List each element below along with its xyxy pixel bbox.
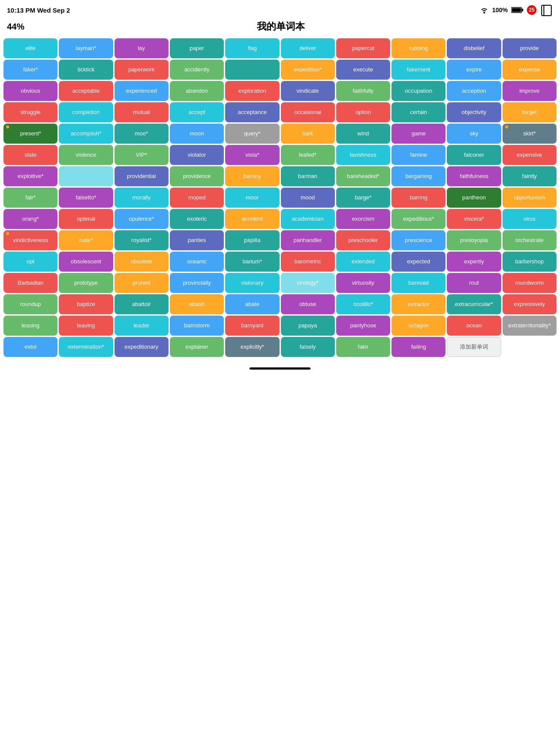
word-tile[interactable]: expected — [391, 252, 445, 272]
word-tile[interactable]: skirt* — [503, 124, 557, 144]
word-tile[interactable]: faintly — [503, 166, 557, 186]
word-tile[interactable]: barnstorm — [170, 316, 224, 336]
word-tile[interactable]: viscera* — [447, 209, 501, 229]
word-tile[interactable]: rude* — [59, 230, 113, 250]
word-tile[interactable]: 添加新单词 — [447, 337, 501, 357]
word-tile[interactable]: struggle — [3, 102, 57, 122]
word-tile[interactable]: barge* — [336, 188, 390, 208]
word-tile[interactable]: acceptable — [59, 81, 113, 101]
word-tile[interactable]: roundup — [3, 294, 57, 314]
word-tile[interactable]: expertly — [447, 252, 501, 272]
word-tile[interactable]: expire — [447, 60, 501, 80]
word-tile[interactable]: abattoir — [115, 294, 169, 314]
word-tile[interactable]: improve — [503, 81, 557, 101]
word-tile[interactable]: fair* — [3, 188, 57, 208]
word-tile[interactable]: fakir — [336, 337, 390, 357]
word-tile[interactable]: extractor — [391, 294, 445, 314]
word-tile[interactable]: roundworm — [503, 273, 557, 293]
word-tile[interactable]: barium* — [225, 252, 279, 272]
word-tile[interactable]: extended — [336, 252, 390, 272]
word-tile[interactable]: papilla — [225, 230, 279, 250]
word-tile[interactable]: orchestrate — [503, 230, 557, 250]
word-tile[interactable]: royalist* — [115, 230, 169, 250]
word-tile[interactable]: abate — [225, 294, 279, 314]
word-tile[interactable]: morally — [115, 188, 169, 208]
word-tile[interactable]: accidently — [170, 60, 224, 80]
word-tile[interactable]: fakement — [391, 60, 445, 80]
word-tile[interactable]: accident — [225, 209, 279, 229]
word-tile[interactable]: layman* — [59, 38, 113, 58]
word-tile[interactable]: moon — [170, 124, 224, 144]
word-tile[interactable]: abandon — [170, 81, 224, 101]
word-tile[interactable]: leafed* — [281, 145, 335, 165]
word-tile[interactable]: vindicate — [281, 81, 335, 101]
word-tile[interactable]: bark — [281, 124, 335, 144]
word-tile[interactable]: forget — [503, 102, 557, 122]
word-tile[interactable]: papercut — [336, 38, 390, 58]
word-tile[interactable]: occupation — [391, 81, 445, 101]
word-tile[interactable]: barmaid — [391, 273, 445, 293]
word-tile[interactable]: octagon — [391, 316, 445, 336]
word-tile[interactable]: prescience — [391, 230, 445, 250]
word-tile[interactable]: moped — [170, 188, 224, 208]
word-tile[interactable]: VIP* — [115, 145, 169, 165]
word-tile[interactable]: faithfulness — [447, 166, 501, 186]
word-tile[interactable]: objectivity — [447, 102, 501, 122]
word-tile[interactable]: paper — [170, 38, 224, 58]
word-tile[interactable]: exploitive* — [3, 166, 57, 186]
word-tile[interactable]: game — [391, 124, 445, 144]
word-tile[interactable]: preschooler — [336, 230, 390, 250]
word-tile[interactable]: obvious — [3, 81, 57, 101]
word-tile[interactable]: extracurricular* — [447, 294, 501, 314]
word-tile[interactable]: expedition* — [281, 60, 335, 80]
word-tile[interactable]: barnyard — [225, 316, 279, 336]
word-tile[interactable]: provide — [503, 38, 557, 58]
word-tile[interactable]: expense — [503, 60, 557, 80]
word-tile[interactable]: barony — [225, 166, 279, 186]
word-tile[interactable]: expeditionary — [115, 337, 169, 357]
word-tile[interactable] — [59, 166, 113, 186]
word-tile[interactable]: option — [336, 102, 390, 122]
word-tile[interactable]: pruned — [115, 273, 169, 293]
word-tile[interactable]: rout — [447, 273, 501, 293]
word-tile[interactable]: virus — [503, 209, 557, 229]
word-tile[interactable]: faithfully — [336, 81, 390, 101]
word-tile[interactable]: papaya — [281, 316, 335, 336]
word-tile[interactable]: falsetto* — [59, 188, 113, 208]
word-tile[interactable]: falsely — [281, 337, 335, 357]
word-tile[interactable]: leasing — [3, 316, 57, 336]
word-tile[interactable]: completion — [59, 102, 113, 122]
word-tile[interactable]: barometric — [281, 252, 335, 272]
word-tile[interactable]: paperwork — [115, 60, 169, 80]
word-tile[interactable]: accept — [170, 102, 224, 122]
word-tile[interactable]: Barbadian — [3, 273, 57, 293]
word-tile[interactable]: accomplish* — [59, 124, 113, 144]
word-tile[interactable]: virtuosity — [336, 273, 390, 293]
word-tile[interactable]: disbelief — [447, 38, 501, 58]
word-tile[interactable]: moo* — [115, 124, 169, 144]
word-tile[interactable]: barman — [281, 166, 335, 186]
word-tile[interactable]: optimal — [59, 209, 113, 229]
word-tile[interactable]: panties — [170, 230, 224, 250]
word-tile[interactable]: elite — [3, 38, 57, 58]
word-tile[interactable]: occasional — [281, 102, 335, 122]
word-tile[interactable]: famine — [391, 145, 445, 165]
word-tile[interactable]: leaving — [59, 316, 113, 336]
word-tile[interactable]: present* — [3, 124, 57, 144]
word-tile[interactable]: mutual — [115, 102, 169, 122]
word-tile[interactable]: visionary — [225, 273, 279, 293]
word-tile[interactable]: providence — [170, 166, 224, 186]
word-tile[interactable]: provincially — [170, 273, 224, 293]
word-tile[interactable]: providential — [115, 166, 169, 186]
word-tile[interactable]: explainer — [170, 337, 224, 357]
word-tile[interactable]: panhandler — [281, 230, 335, 250]
word-tile[interactable]: virology* — [281, 273, 335, 293]
word-tile[interactable]: opulence* — [115, 209, 169, 229]
word-tile[interactable]: obsolete — [115, 252, 169, 272]
word-tile[interactable]: opportunism — [503, 188, 557, 208]
word-tile[interactable]: obsolescent — [59, 252, 113, 272]
word-tile[interactable]: obtuse — [281, 294, 335, 314]
word-tile[interactable]: exoteric — [170, 209, 224, 229]
word-tile[interactable]: leader — [115, 316, 169, 336]
word-tile[interactable]: pantyhose — [336, 316, 390, 336]
